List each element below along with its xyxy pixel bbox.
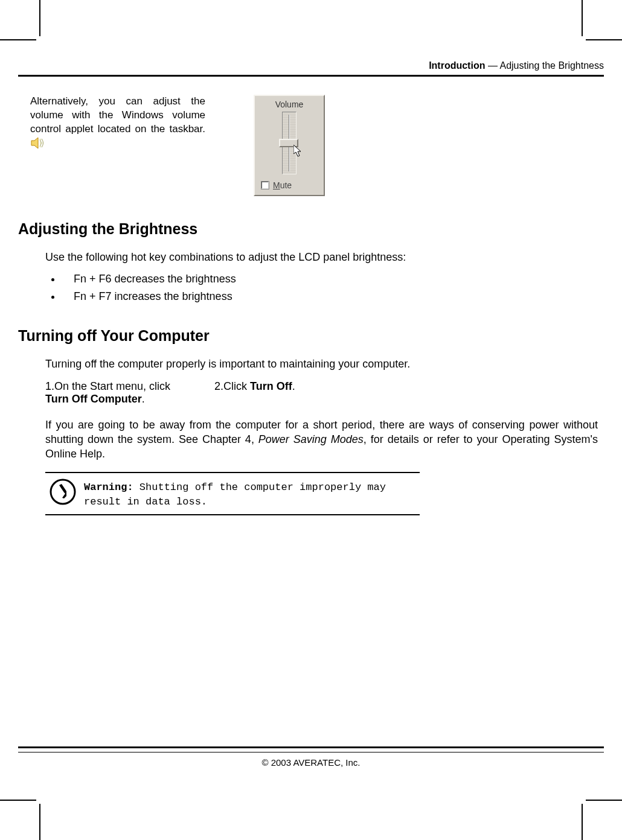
page-footer: © 2003 AVERATEC, Inc. — [18, 746, 604, 768]
cursor-icon — [293, 145, 302, 159]
svg-point-5 — [51, 480, 75, 504]
turnoff-paragraph: If you are going to be away from the com… — [45, 418, 598, 462]
svg-line-1 — [40, 139, 41, 140]
header-sep: — — [485, 60, 499, 71]
brightness-bullet-list: Fn + F6 decreases the brightness Fn + F7… — [62, 273, 604, 303]
running-header: Introduction — Adjusting the Brightness — [18, 60, 604, 77]
svg-marker-0 — [31, 138, 38, 148]
crop-mark — [39, 804, 40, 840]
heading-adjusting-brightness: Adjusting the Brightness — [18, 220, 604, 238]
list-item: Fn + F6 decreases the brightness — [62, 273, 604, 285]
volume-slider[interactable] — [282, 112, 297, 174]
volume-control-applet: Volume Mute — [254, 95, 325, 196]
volume-intro-text: Alternatively, you can adjust the volume… — [30, 95, 205, 154]
crop-mark — [582, 0, 583, 36]
turnoff-steps: 1.On the Start menu, click Turn Off Comp… — [45, 380, 604, 406]
crop-mark — [586, 800, 622, 801]
header-subsection: Adjusting the Brightness — [499, 60, 604, 71]
brightness-intro: Use the following hot key combinations t… — [45, 250, 598, 264]
warning-box: Warning: Shutting off the computer impro… — [45, 472, 420, 515]
header-section: Introduction — [429, 60, 485, 71]
list-item: Fn + F7 increases the brightness — [62, 290, 604, 303]
svg-marker-4 — [293, 145, 301, 156]
crop-mark — [586, 39, 622, 40]
svg-line-3 — [40, 146, 41, 147]
heading-turning-off: Turning off Your Computer — [18, 327, 604, 345]
mute-label: Mute — [273, 180, 292, 190]
mute-checkbox[interactable] — [261, 181, 269, 189]
step-2: 2.Click Turn Off. — [214, 380, 295, 406]
warning-icon — [49, 478, 77, 508]
step-1: 1.On the Start menu, click Turn Off Comp… — [45, 380, 196, 406]
crop-mark — [0, 39, 36, 40]
speaker-icon — [30, 136, 47, 154]
intro-text-span: Alternatively, you can adjust the volume… — [30, 95, 205, 135]
turnoff-intro: Turning off the computer properly is imp… — [45, 357, 598, 371]
crop-mark — [0, 800, 36, 801]
volume-widget-title: Volume — [258, 100, 320, 109]
crop-mark — [582, 804, 583, 840]
crop-mark — [39, 0, 40, 36]
warning-text: Warning: Shutting off the computer impro… — [84, 478, 416, 509]
copyright-text: © 2003 AVERATEC, Inc. — [261, 757, 360, 768]
